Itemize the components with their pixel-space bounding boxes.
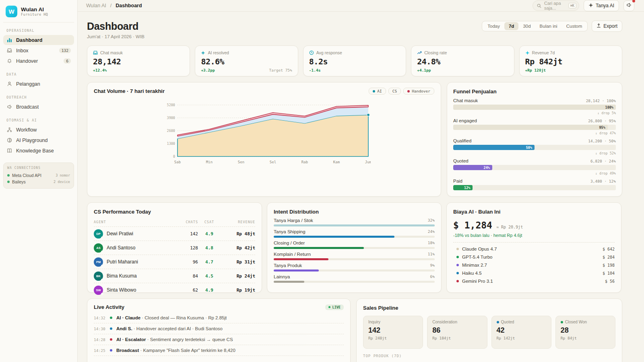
agent-revenue: Rp 24jt — [221, 274, 255, 279]
pipeline-stage-quoted[interactable]: Quoted 42 Rp 142jt — [491, 316, 551, 349]
breadcrumb-root[interactable]: Wulan AI — [86, 3, 106, 8]
range-custom[interactable]: Custom — [562, 22, 587, 30]
kpi-avg-response: Avg response 8.2s -1.4s — [303, 45, 406, 76]
agent-csat: 4.9 — [198, 288, 221, 293]
funnel-stage-value: 14,200 · 50% — [588, 139, 616, 143]
svg-text:Sen: Sen — [238, 160, 244, 164]
intent-pct: 32% — [428, 218, 435, 223]
table-row[interactable]: ASAndi Santoso 128 4.8 Rp 42jt — [94, 241, 255, 255]
brand-subtitle: Furniture HQ — [21, 12, 48, 16]
sidebar-item-broadcast[interactable]: Broadcast — [3, 102, 74, 112]
announcements-button[interactable] — [623, 0, 634, 11]
bar-chart-icon — [6, 37, 12, 43]
legend-chip-ai[interactable]: AI — [369, 88, 386, 95]
model-row: Haiku 4.5 $ 104 — [453, 269, 615, 277]
legend-chip-handover[interactable]: Handover — [403, 88, 434, 95]
intent-pct: 24% — [428, 229, 435, 234]
cs-performance-card: CS Performance Today AGENT CHATS CSAT RE… — [87, 202, 262, 293]
svg-text:Jum: Jum — [365, 160, 371, 164]
clock-icon — [309, 50, 314, 55]
pipeline-stage-count: 42 — [497, 326, 546, 335]
pipeline-stage-value: Rp 142jt — [497, 336, 546, 340]
funnel-bar: 100% — [453, 105, 616, 110]
person-icon — [6, 81, 12, 87]
sidebar-item-label: Inbox — [16, 48, 29, 53]
topbar: Wulan AI / Dashboard Cari apa saja... ⌘K… — [78, 0, 644, 12]
branch-icon — [6, 127, 12, 133]
bell-icon — [6, 58, 12, 64]
pipeline-stage-inquiry[interactable]: Inquiry 142 Rp 248jt — [363, 316, 423, 349]
sidebar-item-pelanggan[interactable]: Pelanggan — [3, 79, 74, 89]
agent-csat: 4.5 — [198, 274, 221, 279]
range-7d[interactable]: 7d — [504, 22, 518, 30]
legend-chip-cs[interactable]: CS — [388, 88, 401, 95]
chat-volume-card: Chat Volume · 7 hari terakhir AI CS Hand… — [87, 82, 441, 197]
export-button[interactable]: Export — [592, 21, 622, 32]
svg-text:Min: Min — [206, 160, 213, 164]
sidebar-item-label: Handover — [16, 58, 38, 64]
agent-revenue: Rp 48jt — [221, 231, 255, 237]
sidebar-item-label: AI Playground — [16, 138, 48, 143]
wa-connection-value: 3 nomor — [56, 173, 70, 177]
funnel-drop: ↓ drop 49% — [453, 171, 616, 175]
top-produk-label: TOP PRODUK (7D) — [363, 354, 615, 358]
agent-name: Putri Maharani — [107, 259, 138, 265]
svg-text:Sab: Sab — [174, 160, 181, 164]
activity-actor: AI · Escalator — [116, 337, 146, 342]
agent-chats: 142 — [175, 231, 198, 237]
sidebar-item-dashboard[interactable]: Dashboard — [3, 35, 74, 45]
kpi-delta: -1.4s — [309, 68, 321, 72]
range-bulan-ini[interactable]: Bulan ini — [535, 22, 562, 30]
kpi-chat-masuk: Chat masuk 28,142 +12.4% — [87, 45, 190, 76]
avatar: SW — [94, 286, 103, 295]
agent-revenue: Rp 42jt — [221, 245, 255, 251]
sparkle-icon — [588, 3, 593, 9]
agent-chats: 128 — [175, 245, 198, 251]
activity-text: · Sentiment angry terdeteksi → queue CS — [147, 337, 233, 342]
kpi-delta: +12.4% — [93, 68, 107, 72]
agent-csat: 4.7 — [198, 259, 221, 265]
search-input[interactable]: Cari apa saja... ⌘K — [533, 0, 579, 11]
agent-chats: 96 — [175, 259, 198, 265]
funnel-bar: 95% — [453, 125, 608, 130]
sidebar-item-knowledge-base[interactable]: Knowledge Base — [3, 146, 74, 156]
funnel-stage-label: Qualified — [453, 138, 471, 143]
table-row[interactable]: PMPutri Maharani 96 4.7 Rp 31jt — [94, 255, 255, 269]
sidebar-item-handover[interactable]: Handover 6 — [3, 56, 74, 66]
nav-section-label: DATA — [3, 71, 74, 78]
funnel-drop: ↓ drop 5% — [453, 111, 616, 115]
intent-label: Tanya Harga / Stok — [274, 218, 313, 223]
activity-actor: Andi S. — [116, 326, 132, 331]
model-dot — [456, 248, 459, 250]
table-row[interactable]: DPDewi Pratiwi 142 4.9 Rp 48jt — [94, 226, 255, 241]
range-today[interactable]: Today — [483, 22, 504, 30]
kpi-delta: +Rp 128jt — [525, 68, 546, 72]
export-label: Export — [603, 23, 617, 29]
range-30d[interactable]: 30d — [518, 22, 535, 30]
kpi-target-note: Target 75% — [269, 68, 292, 72]
live-activity-title: Live Activity — [94, 304, 124, 310]
notification-dot — [632, 0, 635, 2]
sidebar-item-workflow[interactable]: Workflow — [3, 125, 74, 135]
page-head: Dashboard Jum'at · 17 April 2026 · WIB T… — [87, 21, 622, 39]
pipeline-stage-closed-won[interactable]: Closed Won 28 Rp 84jt — [555, 316, 615, 349]
model-name: Gemini Pro 3.1 — [462, 279, 493, 284]
funnel-stage: Qualified14,200 · 50% 50% — [453, 138, 616, 150]
model-name: Minimax 2.7 — [462, 263, 487, 267]
sidebar-item-ai-playground[interactable]: AI Playground — [3, 135, 74, 145]
agent-csat: 4.8 — [198, 245, 221, 251]
intent-label: Tanya Shipping — [274, 229, 305, 234]
intent-bar — [274, 269, 319, 272]
intent-row: Closing / Order18% — [274, 241, 435, 249]
sidebar-item-inbox[interactable]: Inbox 132 — [3, 45, 74, 56]
tanya-ai-label: Tanya AI — [596, 3, 614, 8]
table-row[interactable]: BKBima Kusuma 84 4.5 Rp 24jt — [94, 269, 255, 283]
pipeline-stage-count: 86 — [432, 326, 482, 335]
search-placeholder: Cari apa saja... — [544, 1, 566, 10]
trend-up-icon — [417, 50, 422, 55]
pipeline-stage-consideration[interactable]: Consideration 86 Rp 184jt — [427, 316, 487, 349]
sidebar: W Wulan AI Furniture HQ OPERASIONAL Dash… — [0, 0, 78, 362]
tanya-ai-button[interactable]: Tanya AI — [584, 0, 619, 11]
table-row[interactable]: SWSinta Wibowo 62 4.9 Rp 19jt — [94, 283, 255, 297]
svg-text:Sel: Sel — [270, 160, 276, 164]
